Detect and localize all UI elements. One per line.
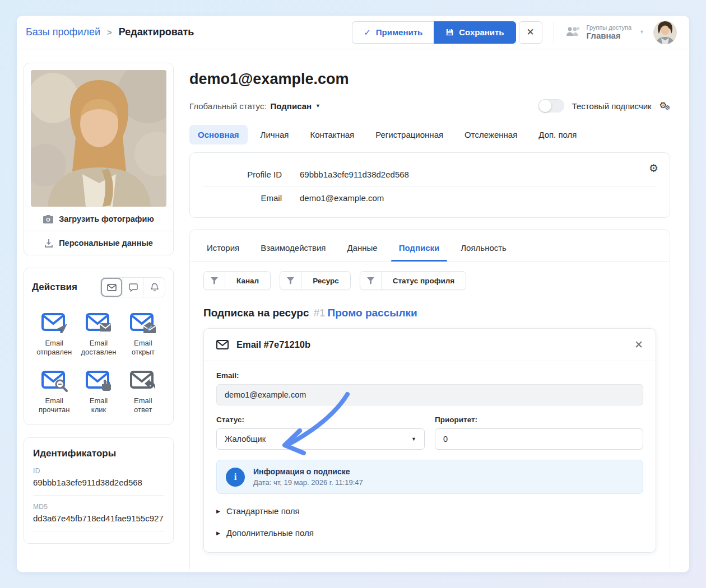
identifier-id: ID 69bbb1a3efe911d38d2ed568 [33, 467, 164, 487]
profile-tabs: Основная Личная Контактная Регистрационн… [189, 125, 670, 144]
access-group-caption: Группы доступа [587, 24, 631, 31]
subscription-info-box: i Информация о подписке Дата: чт, 19 мар… [216, 460, 643, 494]
tab-personal[interactable]: Личная [252, 125, 298, 144]
channel-switcher [100, 277, 165, 297]
email-click-icon [85, 370, 112, 394]
filter-resource[interactable]: Ресурс [280, 271, 351, 290]
action-email-sent[interactable]: Emailотправлен [32, 312, 76, 357]
tab-history[interactable]: История [199, 240, 247, 261]
email-row: Email demo1@example.com [203, 186, 656, 209]
actions-grid: Emailотправлен Emailдоставлен [32, 312, 165, 414]
tab-data[interactable]: Данные [339, 240, 385, 261]
close-icon: ✕ [526, 26, 534, 38]
subscription-card: Email #7e71210b ✕ Email: Статус: Жалобщи… [203, 328, 656, 553]
identifiers-title: Идентификаторы [33, 448, 164, 459]
main-panel: demo1@example.com Глобальный статус: Под… [189, 63, 670, 572]
email-field[interactable] [216, 384, 643, 405]
info-title: Информация о подписке [253, 467, 363, 476]
tab-tracked[interactable]: Отслеженная [456, 125, 526, 144]
filter-profile-status[interactable]: Статус профиля [360, 271, 466, 290]
actions-title: Действия [32, 282, 77, 293]
profile-sidebar: Загрузить фотографию Персональные данные… [24, 63, 174, 572]
camera-icon [43, 215, 53, 223]
gear-icon[interactable]: ⚙ [649, 162, 658, 175]
filter-channel[interactable]: Канал [203, 271, 271, 290]
profile-info-card: ⚙ Profile ID 69bbb1a3efe911d38d2ed568 Em… [189, 152, 670, 218]
actions-card: Действия [24, 268, 174, 425]
chat-channel-button[interactable] [122, 278, 143, 297]
action-email-click[interactable]: Emailклик [76, 370, 120, 415]
page-title: demo1@example.com [189, 71, 670, 88]
close-editor-button[interactable]: ✕ [519, 21, 542, 44]
tab-subscriptions[interactable]: Подписки [391, 240, 448, 261]
subscription-number: #1 [313, 307, 325, 319]
tab-registration[interactable]: Регистрационная [367, 125, 452, 144]
funnel-icon [360, 272, 382, 290]
email-opened-icon [129, 312, 156, 337]
chevron-down-icon: ▼ [411, 436, 416, 442]
test-subscriber-toggle[interactable] [538, 99, 564, 113]
email-sent-icon [41, 312, 68, 337]
tab-main[interactable]: Основная [189, 125, 248, 144]
photo-card: Загрузить фотографию Персональные данные [24, 63, 174, 255]
header-divider [554, 22, 554, 43]
breadcrumb-profiles-link[interactable]: Базы профилей [26, 26, 100, 38]
action-email-read[interactable]: Emailпрочитан [32, 370, 76, 415]
save-button-group: ✓ Применить Сохранить ✕ [352, 21, 542, 44]
app-window: Базы профилей > Редактировать ✓ Применит… [17, 16, 689, 572]
standard-fields-toggle[interactable]: ▶ Стандартные поля [216, 506, 643, 516]
user-groups-icon [565, 26, 581, 38]
subscription-heading: Подписка на ресурс#1Промо рассылки [190, 290, 670, 319]
chevron-down-icon: ▼ [315, 103, 321, 109]
filters-row: Канал Ресурс Статус профиля [190, 262, 670, 290]
priority-field-label: Приоритет: [435, 416, 643, 424]
save-disk-icon [445, 28, 454, 36]
status-select[interactable]: Жалобщик ▼ [216, 428, 425, 450]
breadcrumb: Базы профилей > Редактировать [26, 26, 194, 38]
close-subscription-icon[interactable]: ✕ [634, 338, 643, 351]
settings-gears-icon[interactable]: ⚙⚙ [659, 101, 670, 111]
identifier-md5: MD5 dd3a67e45fb718ed41fae9155c927 [33, 503, 164, 523]
tab-extra-fields[interactable]: Доп. поля [530, 125, 585, 144]
chevron-down-icon: ▼ [639, 29, 644, 35]
action-email-reply[interactable]: Emailответ [121, 370, 165, 415]
test-subscriber-label: Тестовый подписчик [572, 101, 652, 111]
chevron-right-icon: > [107, 27, 112, 37]
action-email-opened[interactable]: Emailоткрыт [121, 312, 165, 357]
resource-link[interactable]: Промо рассылки [328, 307, 417, 319]
download-icon [44, 239, 53, 248]
activity-tabs: История Взаимодействия Данные Подписки Л… [190, 230, 670, 262]
breadcrumb-current: Редактировать [119, 26, 194, 38]
additional-fields-toggle[interactable]: ▶ Дополнительные поля [216, 528, 643, 538]
funnel-icon [204, 272, 225, 290]
tab-contact[interactable]: Контактная [301, 125, 363, 144]
email-read-icon [41, 370, 68, 394]
identifiers-card: Идентификаторы ID 69bbb1a3efe911d38d2ed5… [24, 437, 174, 544]
apply-button[interactable]: ✓ Применить [352, 21, 434, 44]
subscriptions-section: История Взаимодействия Данные Подписки Л… [189, 229, 670, 570]
action-email-delivered[interactable]: Emailдоставлен [76, 312, 120, 357]
email-delivered-icon [85, 312, 112, 337]
access-group-value: Главная [587, 31, 631, 40]
subscription-card-title: Email #7e71210b [236, 339, 310, 350]
status-field-label: Статус: [216, 416, 425, 424]
envelope-icon [216, 340, 229, 349]
personal-data-button[interactable]: Персональные данные [24, 231, 173, 255]
priority-field[interactable] [435, 428, 643, 450]
info-icon: i [226, 468, 245, 487]
profile-id-row: Profile ID 69bbb1a3efe911d38d2ed568 [203, 163, 656, 186]
tab-interactions[interactable]: Взаимодействия [253, 240, 333, 261]
email-reply-icon [129, 370, 156, 394]
user-avatar[interactable] [653, 21, 677, 44]
triangle-right-icon: ▶ [216, 530, 220, 536]
access-group-selector[interactable]: Группы доступа Главная ▼ [565, 24, 644, 41]
tab-loyalty[interactable]: Лояльность [453, 240, 514, 261]
upload-photo-button[interactable]: Загрузить фотографию [24, 207, 173, 231]
check-icon: ✓ [364, 27, 371, 38]
save-button[interactable]: Сохранить [434, 21, 515, 44]
email-channel-button[interactable] [101, 278, 122, 297]
global-status-label: Глобальный статус: [189, 101, 267, 111]
global-status-dropdown[interactable]: Подписан [271, 101, 312, 111]
info-date: Дата: чт, 19 мар. 2026 г. 11:19:47 [253, 478, 363, 487]
notification-channel-button[interactable] [143, 278, 165, 297]
